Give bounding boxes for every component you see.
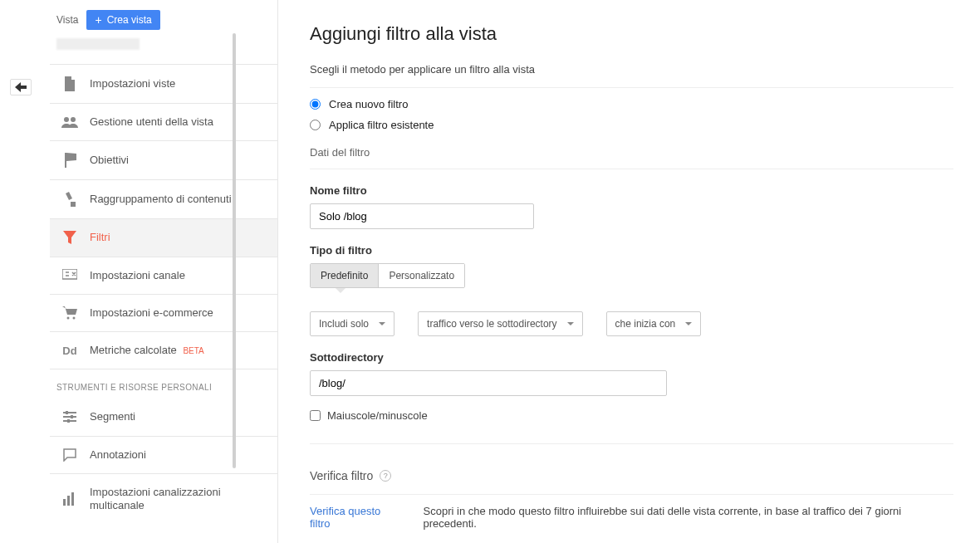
sidebar-item-label: Segmenti: [90, 410, 135, 423]
property-name: [50, 38, 277, 64]
help-icon[interactable]: ?: [380, 470, 391, 482]
sidebar-item-label: Gestione utenti della vista: [90, 115, 213, 129]
radio-apply-existing-filter[interactable]: Applica filtro esistente: [310, 119, 953, 131]
channel-icon: [61, 269, 78, 282]
radio-create-new-filter[interactable]: Crea nuovo filtro: [310, 98, 953, 110]
svg-rect-6: [71, 415, 73, 418]
sidebar-item-label: Impostazioni e-commerce: [90, 306, 213, 320]
verify-filter-title: Verifica filtro: [310, 469, 373, 482]
sidebar-item-label: Impostazioni canalizzazioni multicanale: [90, 486, 267, 513]
filter-icon: [61, 231, 78, 244]
sidebar-item-multichannel-funnel-settings[interactable]: Impostazioni canalizzazioni multicanale: [50, 473, 277, 525]
scrollbar[interactable]: [233, 33, 236, 468]
beta-badge: BETA: [183, 346, 203, 355]
create-view-label: Crea vista: [107, 14, 152, 26]
dropdown-value: che inizia con: [615, 318, 676, 330]
dropdown-traffic-type[interactable]: traffico verso le sottodirectory: [418, 311, 583, 336]
radio-input[interactable]: [310, 120, 321, 130]
page-title: Aggiungi filtro alla vista: [310, 23, 953, 45]
svg-rect-9: [67, 496, 70, 506]
case-sensitive-checkbox-row[interactable]: Maiuscole/minuscole: [310, 409, 953, 422]
svg-rect-8: [63, 499, 66, 506]
filter-method-radio-group: Crea nuovo filtro Applica filtro esisten…: [310, 98, 953, 131]
sidebar-item-calculated-metrics[interactable]: Dd Metriche calcolate BETA: [50, 331, 277, 369]
filter-type-label: Tipo di filtro: [310, 244, 953, 257]
tab-custom[interactable]: Personalizzato: [378, 264, 464, 287]
sidebar-item-label: Impostazioni viste: [90, 77, 175, 90]
grouping-icon: [61, 192, 78, 207]
filter-data-label: Dati del filtro: [310, 146, 953, 159]
svg-point-3: [67, 316, 70, 319]
filter-name-label: Nome filtro: [310, 184, 953, 197]
verify-filter-description: Scopri in che modo questo filtro influir…: [424, 505, 953, 530]
subdirectory-label: Sottodirectory: [310, 351, 953, 364]
subdirectory-input[interactable]: [310, 370, 667, 396]
svg-rect-10: [71, 492, 74, 506]
sidebar-item-label: Annotazioni: [90, 448, 146, 462]
sidebar-item-label: Raggruppamento di contenuti: [90, 193, 232, 206]
sidebar-item-label: Filtri: [90, 231, 110, 244]
svg-point-4: [73, 316, 76, 319]
radio-label: Crea nuovo filtro: [329, 98, 408, 110]
dropdown-value: traffico verso le sottodirectory: [427, 318, 557, 330]
document-icon: [61, 76, 78, 91]
filter-type-tabs: Predefinito Personalizzato: [310, 263, 465, 288]
sidebar-item-user-management[interactable]: Gestione utenti della vista: [50, 103, 277, 140]
users-icon: [61, 116, 78, 128]
case-sensitive-checkbox[interactable]: [310, 410, 321, 421]
dropdown-value: Includi solo: [319, 318, 369, 330]
sidebar: Vista + Crea vista Impostazioni viste Ge…: [50, 0, 278, 543]
segments-icon: [61, 411, 78, 423]
sidebar-item-segments[interactable]: Segmenti: [50, 399, 277, 435]
sidebar-item-annotations[interactable]: Annotazioni: [50, 436, 277, 473]
metrics-icon: Dd: [61, 345, 78, 357]
sidebar-item-ecommerce-settings[interactable]: Impostazioni e-commerce: [50, 294, 277, 331]
svg-rect-2: [62, 269, 77, 279]
method-label: Scegli il metodo per applicare un filtro…: [310, 63, 953, 76]
dropdown-include-exclude[interactable]: Includi solo: [310, 311, 394, 336]
main-content: Aggiungi filtro alla vista Scegli il met…: [278, 0, 980, 543]
dropdown-expression[interactable]: che inizia con: [606, 311, 702, 336]
flag-icon: [61, 153, 78, 168]
sidebar-item-content-grouping[interactable]: Raggruppamento di contenuti: [50, 179, 277, 218]
filter-name-input[interactable]: [310, 203, 534, 229]
cart-icon: [61, 306, 78, 320]
funnel-bars-icon: [61, 492, 78, 506]
sidebar-item-goals[interactable]: Obiettivi: [50, 140, 277, 179]
svg-rect-7: [67, 419, 70, 423]
svg-rect-5: [66, 411, 68, 414]
create-view-button[interactable]: + Crea vista: [86, 10, 159, 30]
sidebar-item-label: Obiettivi: [90, 154, 129, 167]
svg-point-1: [71, 117, 76, 122]
svg-point-0: [64, 117, 69, 122]
plus-icon: +: [95, 14, 101, 26]
tab-predefined[interactable]: Predefinito: [311, 264, 378, 287]
view-label: Vista: [56, 14, 78, 26]
radio-input[interactable]: [310, 99, 321, 110]
checkbox-label: Maiuscole/minuscole: [327, 409, 428, 422]
sidebar-item-label: Impostazioni canale: [90, 269, 185, 282]
sidebar-item-filters[interactable]: Filtri: [50, 218, 277, 256]
sidebar-item-view-settings[interactable]: Impostazioni viste: [50, 64, 277, 103]
sidebar-item-label: Metriche calcolate: [90, 344, 177, 356]
annotation-icon: [61, 448, 78, 462]
sidebar-item-channel-settings[interactable]: Impostazioni canale: [50, 257, 277, 294]
verify-filter-link[interactable]: Verifica questo filtro: [310, 505, 404, 530]
sidebar-section-title: STRUMENTI E RISORSE PERSONALI: [50, 369, 277, 399]
back-button[interactable]: [10, 79, 32, 95]
radio-label: Applica filtro esistente: [329, 119, 434, 131]
